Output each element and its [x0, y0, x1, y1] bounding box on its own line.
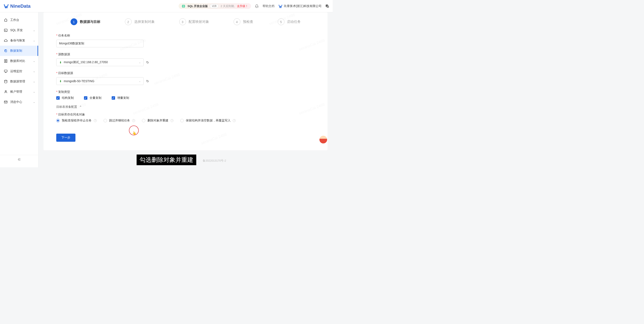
sidebar-item-workbench[interactable]: 工作台: [0, 15, 38, 25]
terminal-icon: [4, 28, 8, 32]
step-title: 数据源与目标: [80, 20, 100, 24]
chevron-down-icon: ⌄: [139, 80, 141, 83]
sidebar-item-message[interactable]: 消息中心 ⌄: [0, 97, 38, 107]
sidebar-item-db-compare[interactable]: 数据库对比 ⌄: [0, 56, 38, 66]
trial-tag: 试用: [210, 4, 218, 8]
logo-icon: [4, 4, 9, 9]
label-task-name: *任务名称: [56, 34, 240, 38]
copy-icon: [4, 49, 8, 53]
compare-icon: [4, 59, 8, 63]
step-title: 预检查: [243, 20, 253, 24]
step-circle: 3: [179, 18, 186, 25]
checkbox-structure[interactable]: ✓ 结构复制: [56, 96, 74, 100]
checkbox-checked-icon: ✓: [84, 96, 87, 100]
form-group-task-name: *任务名称: [56, 34, 240, 47]
radio-icon: [142, 119, 145, 122]
org-name[interactable]: 玖章算术(浙江)科技有限公司: [278, 4, 322, 8]
target-select[interactable]: mongodb-50-TESTING ⌄: [56, 77, 144, 85]
user-icon: [4, 90, 8, 94]
step-circle: 4: [234, 18, 240, 25]
sidebar-collapse[interactable]: [0, 155, 38, 164]
checkbox-incremental[interactable]: ✓ 增量复制: [112, 96, 129, 100]
translate-icon[interactable]: [326, 4, 329, 8]
footer-icp: 备2022013170号-2: [203, 159, 226, 163]
svg-rect-4: [4, 60, 6, 63]
svg-rect-5: [6, 60, 7, 63]
help-icon[interactable]: ?: [94, 119, 97, 122]
header-right: SQL 开发企业版 试用 2 天后到期, 去升级！ 帮助文档 玖章算术(浙江)科…: [178, 3, 329, 9]
sidebar-item-data-copy[interactable]: 数据复制: [0, 46, 38, 56]
help-icon[interactable]: ?: [170, 119, 174, 122]
checkbox-full[interactable]: ✓ 全量复制: [84, 96, 102, 100]
svg-rect-3: [4, 29, 7, 32]
step-circle: 1: [70, 18, 77, 25]
help-icon[interactable]: ?: [132, 119, 135, 122]
radio-icon: [104, 119, 107, 122]
form-group-copy-type: *复制类型 ✓ 结构复制 ✓ 全量复制 ✓ 增量复制: [56, 90, 240, 100]
help-icon[interactable]: ?: [233, 119, 236, 122]
refresh-icon[interactable]: ↻: [146, 60, 149, 64]
checkbox-checked-icon: ✓: [112, 96, 115, 100]
bell-icon[interactable]: [255, 4, 259, 8]
form-group-same-name: *目标库存在同名对象 预检查报错并停止任务 ? 跳过并继续任务 ?: [56, 113, 240, 122]
mongo-icon: [59, 61, 62, 64]
svg-rect-2: [327, 6, 329, 8]
chevron-down-icon: ⌄: [33, 39, 35, 42]
sidebar-item-datasource[interactable]: 数据源管理 ⌄: [0, 76, 38, 87]
checkbox-checked-icon: ✓: [56, 96, 60, 100]
refresh-icon[interactable]: ↻: [146, 79, 149, 83]
upgrade-link[interactable]: 去升级！: [237, 4, 248, 8]
support-avatar[interactable]: [319, 135, 328, 144]
steps: 1 数据源与目标 2 选择复制对象 3 配置映射对象 4 预检查 5 启动任: [70, 18, 301, 25]
source-select[interactable]: mongo测试_192.168.2.80_27050 ⌄: [56, 59, 144, 66]
radio-keep-overwrite[interactable]: 保留结构并清空数据，再覆盖写入 ?: [180, 119, 236, 122]
header: NineData SQL 开发企业版 试用 2 天后到期, 去升级！ 帮助文档 …: [0, 0, 333, 12]
subtitle-bar: 勾选删除对象并重建: [136, 154, 196, 165]
sidebar-item-sql-dev[interactable]: SQL 开发 ⌄: [0, 25, 38, 36]
step-title: 配置映射对象: [188, 20, 209, 24]
step-circle: 2: [125, 18, 132, 25]
help-link[interactable]: 帮助文档: [262, 4, 274, 8]
form-group-source: *源数据源 mongo测试_192.168.2.80_27050 ⌄ ↻: [56, 53, 240, 66]
chevron-down-icon: ⌄: [33, 80, 35, 83]
globe-icon: [182, 4, 186, 8]
step-title: 选择复制对象: [134, 20, 155, 24]
collapse-icon: [17, 157, 21, 161]
content-card: 1 数据源与目标 2 选择复制对象 3 配置映射对象 4 预检查 5 启动任: [44, 12, 328, 150]
sidebar: 工作台 SQL 开发 ⌄ 备份与恢复 ⌄ 数据复制 数据库对比 ⌄ 运维监控 ⌄: [0, 12, 38, 167]
radio-skip[interactable]: 跳过并继续任务 ?: [104, 119, 135, 122]
sidebar-item-backup[interactable]: 备份与恢复 ⌄: [0, 36, 38, 46]
prep-config-collapse[interactable]: 目标表准备配置 ⌃: [56, 105, 240, 109]
chevron-down-icon: ⌄: [139, 61, 141, 64]
radio-precheck-stop[interactable]: 预检查报错并停止任务 ?: [56, 119, 97, 122]
svg-rect-6: [4, 70, 7, 72]
svg-point-7: [4, 80, 7, 81]
step-5: 5 启动任务: [278, 18, 301, 25]
content: 1 数据源与目标 2 选择复制对象 3 配置映射对象 4 预检查 5 启动任: [38, 12, 333, 167]
step-2: 2 选择复制对象: [125, 18, 155, 25]
logo[interactable]: NineData: [4, 4, 30, 9]
database-icon: [4, 80, 8, 83]
task-name-input[interactable]: [56, 40, 144, 47]
next-button[interactable]: 下一步: [56, 134, 76, 142]
chevron-up-icon: ⌃: [79, 105, 82, 109]
label-copy-type: *复制类型: [56, 90, 240, 94]
monitor-icon: [4, 69, 8, 73]
home-icon: [4, 18, 8, 22]
radio-selected-icon: [56, 119, 60, 122]
logo-text: NineData: [10, 4, 30, 9]
chevron-down-icon: ⌄: [33, 70, 35, 73]
plan-title: SQL 开发企业版: [188, 4, 208, 8]
sidebar-item-monitor[interactable]: 运维监控 ⌄: [0, 66, 38, 76]
mail-icon: [4, 100, 8, 104]
plan-banner[interactable]: SQL 开发企业版 试用 2 天后到期, 去升级！: [178, 3, 251, 9]
org-icon: [278, 4, 282, 8]
expire-text: 2 天后到期,: [220, 4, 235, 8]
step-3: 3 配置映射对象: [179, 18, 209, 25]
label-source: *源数据源: [56, 53, 240, 56]
radio-icon: [180, 119, 184, 122]
step-4: 4 预检查: [234, 18, 253, 25]
radio-delete-rebuild[interactable]: 删除对象并重建 ?: [142, 119, 174, 122]
chevron-down-icon: ⌄: [33, 60, 35, 63]
sidebar-item-account[interactable]: 账户管理 ⌄: [0, 87, 38, 97]
